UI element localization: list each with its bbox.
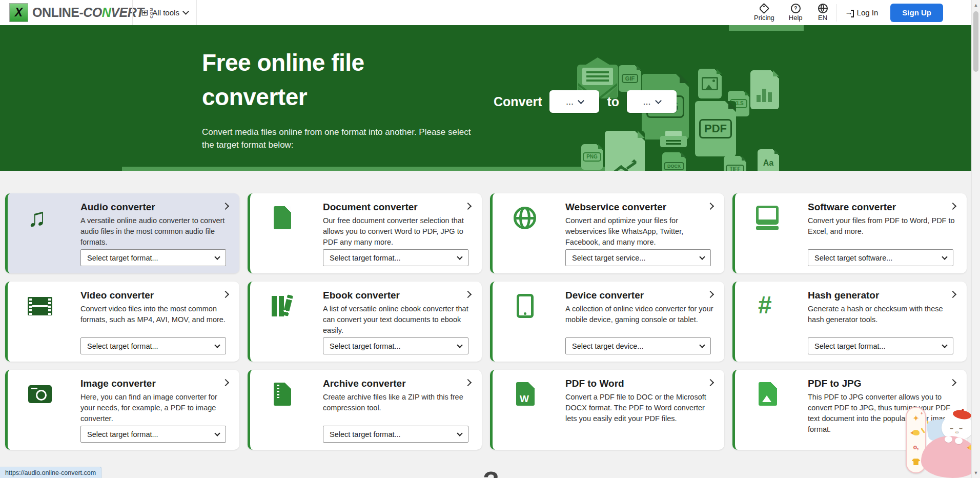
chevron-down-icon (699, 254, 705, 260)
card-video-converter[interactable]: Video converter Convert video files into… (5, 282, 239, 362)
source-format-select[interactable]: ... (549, 90, 599, 113)
target-select[interactable]: Select target format... (323, 249, 468, 266)
chevron-down-icon (214, 254, 220, 260)
camera-icon (24, 380, 56, 409)
help-icon: ? (791, 4, 801, 13)
hero-subtitle: Convert media files online from one form… (202, 126, 479, 151)
quote-sticker-icon[interactable]: o, (911, 443, 921, 452)
help-link[interactable]: ? Help (789, 4, 803, 22)
printer-icon (660, 131, 687, 151)
scrollbar[interactable]: ▲ ▼ (971, 0, 980, 478)
card-device-converter[interactable]: Device converter A collection of online … (490, 282, 724, 362)
card-image-converter[interactable]: Image converter Here, you can find an im… (5, 370, 239, 450)
card-software-converter[interactable]: Software converter Convert your files fr… (732, 193, 967, 273)
online-convert-homepage: X ONLINE-CONVERT COM ⊞ All tools Pricing… (0, 0, 980, 478)
next-section-peek: ? (481, 466, 501, 478)
login-arrow-icon (846, 9, 854, 16)
chevron-right-icon (464, 203, 472, 210)
logo-figure-icon: X (9, 3, 28, 22)
card-title: PDF to JPG (808, 378, 862, 389)
chevron-right-icon (707, 291, 714, 298)
target-format-select[interactable]: ... (627, 90, 677, 113)
target-select[interactable]: Select target format... (323, 337, 468, 354)
card-hash-generator[interactable]: Hash generator Generate a hash or checks… (732, 282, 967, 362)
chevron-down-icon (578, 97, 584, 104)
chevron-right-icon (707, 379, 714, 386)
tiff-file-icon: TIFF (724, 156, 746, 171)
music-note-icon (24, 204, 56, 232)
chevron-down-icon (457, 342, 462, 348)
chevron-right-icon (707, 203, 714, 210)
card-description: Convert and optimize your files for webs… (565, 215, 715, 248)
scrollbar-thumb[interactable] (973, 11, 978, 72)
gif-file-icon: GIF (619, 65, 641, 92)
target-select[interactable]: Select target software... (808, 249, 953, 266)
hero-accent-strip (729, 25, 804, 31)
target-select[interactable]: Select target format... (323, 426, 468, 443)
card-title: Video converter (80, 290, 154, 301)
card-description: A list of versatile online ebook convert… (323, 304, 473, 336)
target-select[interactable]: Select target format... (80, 337, 226, 354)
card-description: Convert video files into the most common… (80, 304, 230, 325)
chevron-down-icon (182, 8, 189, 15)
card-document-converter[interactable]: Document converter Our free document con… (248, 193, 482, 273)
chevron-right-icon (222, 379, 229, 386)
chevron-down-icon (699, 342, 705, 348)
image-file-icon (698, 69, 722, 98)
logo-text: ONLINE-CONVERT (32, 5, 144, 20)
scroll-up-icon[interactable]: ▲ (972, 3, 980, 8)
tablet-icon (509, 292, 541, 321)
all-tools-menu[interactable]: ⊞ All tools (132, 0, 197, 25)
card-description: Create archive files like a ZIP with thi… (323, 392, 473, 413)
duck-sticker-icon[interactable] (911, 428, 921, 437)
zip-icon (267, 380, 298, 409)
card-ebook-converter[interactable]: Ebook converter A list of versatile onli… (248, 282, 482, 362)
target-select[interactable]: Select target format... (808, 337, 953, 354)
pdf-file-icon: PDF (695, 101, 736, 156)
convert-label: Convert (494, 94, 542, 109)
hero-section: Free online file converter Convert media… (0, 25, 972, 171)
price-tag-icon (759, 3, 769, 13)
chevron-right-icon (949, 291, 956, 298)
target-select[interactable]: Select target format... (80, 426, 226, 443)
shirt-sticker-icon[interactable] (911, 457, 921, 467)
pricing-link[interactable]: Pricing (754, 4, 774, 22)
target-select[interactable]: Select target service... (565, 249, 711, 266)
hero-accent-strip (122, 167, 622, 171)
card-title: Image converter (80, 378, 156, 389)
sparkle-sticker-icon[interactable]: ✦ (911, 413, 921, 423)
target-select[interactable]: Select target device... (565, 337, 711, 354)
card-description: Convert a PDF file to DOC or the Microso… (565, 392, 715, 424)
login-button[interactable]: Log In (846, 8, 879, 17)
signup-button[interactable]: Sign Up (890, 4, 943, 22)
card-description: Convert your files from PDF to Word, PDF… (808, 215, 957, 237)
card-title: Audio converter (80, 202, 155, 213)
language-selector[interactable]: EN (818, 4, 828, 22)
grid-icon: ⊞ (141, 8, 148, 17)
card-description: Our free document converter selection th… (323, 215, 473, 248)
books-icon (267, 292, 298, 321)
document-icon (267, 204, 298, 232)
png-file-icon: PNG (581, 144, 603, 170)
linechart-file-icon (605, 131, 645, 171)
target-select[interactable]: Select target format... (80, 249, 226, 266)
scroll-down-icon[interactable]: ▼ (972, 470, 980, 475)
pdf-jpg-icon (751, 380, 783, 409)
chevron-down-icon (457, 430, 462, 436)
hash-icon (751, 292, 783, 321)
card-title: Webservice converter (565, 202, 666, 213)
status-url-bubble: https://audio.online-convert.com (0, 467, 101, 478)
card-title: Archive converter (323, 378, 406, 389)
card-webservice-converter[interactable]: Webservice converter Convert and optimiz… (490, 193, 724, 273)
card-title: Document converter (323, 202, 418, 213)
chevron-right-icon (222, 203, 229, 210)
chevron-right-icon (464, 291, 472, 298)
card-audio-converter[interactable]: Audio converter A versatile online audio… (5, 193, 239, 273)
card-pdf-to-word[interactable]: PDF to Word Convert a PDF file to DOC or… (490, 370, 724, 450)
chevron-right-icon (949, 203, 956, 210)
chevron-down-icon (942, 342, 947, 348)
card-title: Ebook converter (323, 290, 400, 301)
globe-icon (509, 204, 541, 232)
card-archive-converter[interactable]: Archive converter Create archive files l… (248, 370, 482, 450)
quick-convert-bar: Convert ... to ... (494, 90, 677, 113)
